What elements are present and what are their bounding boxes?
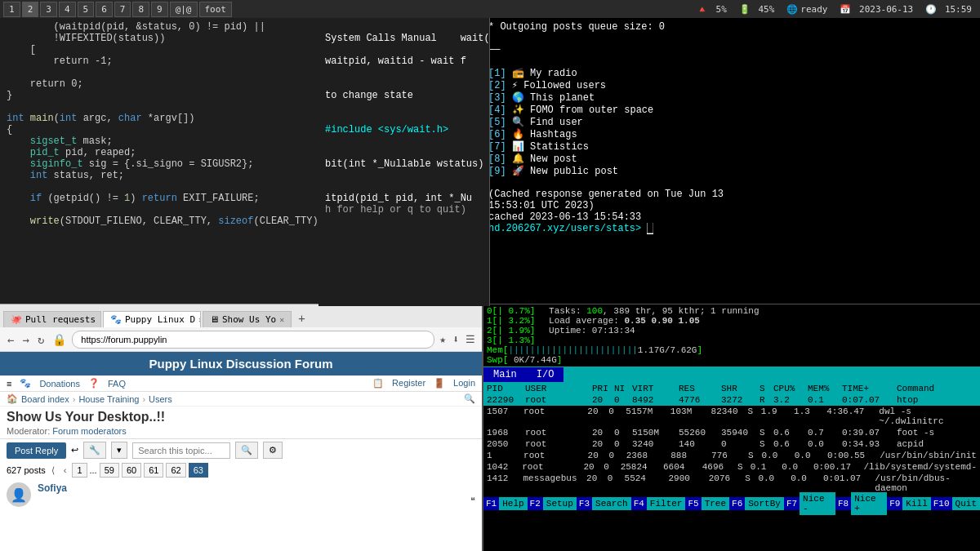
page-63[interactable]: 63	[189, 463, 208, 478]
process-row-htop[interactable]: 22290root200849247763272R3.20.10:07.07ht…	[483, 394, 980, 406]
search-topic-input[interactable]	[132, 442, 230, 459]
f5-tree[interactable]: F5Tree	[685, 495, 729, 512]
process-row-1507[interactable]: 1507root2005157M103M82340S1.91.34:36.47d…	[483, 406, 980, 427]
network-status: 🌐ready	[784, 4, 832, 15]
faq-icon: ❓	[88, 378, 100, 389]
browser-tab-pullrequests[interactable]: 🐙 Pull requests	[3, 311, 101, 327]
htop-meters: 0[| 0.7%] Tasks: 100, 389 thr, 95 kthr; …	[483, 304, 980, 367]
breadcrumb-sep1: ›	[73, 394, 76, 404]
reload-button[interactable]: ↻	[35, 333, 47, 346]
page-dots: ...	[90, 465, 97, 475]
process-row-1968[interactable]: 1968root2005150M5526035940S0.60.70:39.07…	[483, 427, 980, 438]
process-row-1[interactable]: 1root2002368888776S0.00.00:00.55/usr/bin…	[483, 450, 980, 461]
breadcrumb-sep2: ›	[142, 394, 145, 404]
process-row-1042[interactable]: 1042root2002582466044696S0.10.00:00.17/l…	[483, 461, 980, 473]
forum-header: Puppy Linux Discussion Forum	[0, 352, 482, 375]
htop-tab-io[interactable]: I/O	[527, 367, 564, 382]
taskbar-tab-2[interactable]: 2	[22, 2, 39, 17]
lock-icon: 🔒	[50, 333, 69, 346]
htop-tab-main[interactable]: Main	[483, 367, 527, 382]
f4-filter[interactable]: F4Filter	[631, 495, 686, 512]
browser-tabs: 🐙 Pull requests 🐾 Puppy Linux D ✕ 🖥 Show…	[0, 304, 482, 327]
battery-status: 🔋 45%	[737, 4, 780, 15]
browser-tab-puppylinux[interactable]: 🐾 Puppy Linux D ✕	[103, 311, 201, 327]
f1-help[interactable]: F1Help	[483, 495, 528, 512]
donations-link[interactable]: Donations	[39, 379, 80, 389]
col-cpu: CPU%	[773, 384, 806, 393]
taskbar-tab-1[interactable]: 1	[3, 2, 20, 17]
forum-content: Puppy Linux Discussion Forum ≡ 🐾 Donatio…	[0, 352, 482, 551]
browser-urlbar: ← → ↻ 🔒 ★ ⬇ ☰	[0, 327, 482, 352]
process-row-1412[interactable]: 1412messagebus200552429002076S0.00.00:01…	[483, 473, 980, 494]
col-pri: PRI	[592, 384, 612, 393]
forward-button[interactable]: →	[20, 333, 31, 346]
f8-nice-plus[interactable]: F8Nice +	[835, 495, 887, 512]
tab-close-icon[interactable]: ✕	[198, 315, 201, 324]
login-link[interactable]: Login	[453, 378, 475, 389]
faq-link[interactable]: FAQ	[108, 379, 126, 389]
posts-count: 627 posts	[7, 465, 46, 475]
thread-title: Show Us Your Desktop..!!	[0, 407, 482, 426]
new-tab-button[interactable]: +	[293, 309, 310, 327]
f6-sortby[interactable]: F6SortBy	[729, 495, 784, 512]
tools-dropdown[interactable]: ▾	[111, 442, 127, 459]
page-60[interactable]: 60	[122, 463, 141, 478]
taskbar-tab-4[interactable]: 4	[59, 2, 76, 17]
page-61[interactable]: 61	[144, 463, 163, 478]
tab-close-icon-2[interactable]: ✕	[279, 315, 284, 324]
moderator-line: Moderator: Forum moderators	[0, 426, 482, 438]
browser-tab-showus[interactable]: 🖥 Show Us Yo ✕	[203, 311, 292, 327]
menu-icon[interactable]: ☰	[464, 333, 477, 345]
f10-quit[interactable]: F10Quit	[931, 495, 980, 512]
breadcrumb-section[interactable]: Users	[149, 394, 172, 404]
pagination: 627 posts ⟨ ‹ 1 ... 59 60 61 62 63	[0, 461, 482, 479]
back-button[interactable]: ←	[5, 333, 16, 346]
post-reply-button[interactable]: Post Reply	[7, 442, 66, 459]
f9-kill[interactable]: F9Kill	[887, 495, 931, 512]
breadcrumb-home[interactable]: Board index	[21, 394, 69, 404]
page-59[interactable]: 59	[100, 463, 119, 478]
col-user: USER	[525, 384, 590, 393]
register-link[interactable]: Register	[392, 378, 425, 389]
taskbar-tab-6[interactable]: 6	[96, 2, 113, 17]
puppy-logo: 🐾	[20, 378, 31, 389]
breadcrumb-category[interactable]: House Training	[78, 394, 139, 404]
forum-actions: Post Reply ↩ 🔧 ▾ 🔍 ⚙	[0, 438, 482, 461]
f2-setup[interactable]: F2Setup	[528, 495, 577, 512]
taskbar: 1 2 3 4 5 6 7 8 9 @|@ foot 🔺 5% 🔋 45% 🌐r…	[0, 0, 980, 18]
taskbar-tab-8[interactable]: 8	[132, 2, 149, 17]
taskbar-tab-3[interactable]: 3	[40, 2, 57, 17]
moderator-link[interactable]: Forum moderators	[52, 426, 126, 436]
page-1[interactable]: 1	[72, 463, 87, 478]
f3-search[interactable]: F3Search	[577, 495, 631, 512]
menu-hamburger-icon[interactable]: ≡	[7, 379, 11, 389]
page-62[interactable]: 62	[166, 463, 185, 478]
taskbar-tab-7[interactable]: 7	[114, 2, 131, 17]
col-ni: NI	[614, 384, 630, 393]
terminal: * Outgoing posts queue size: 0 —— [1] 📻 …	[482, 18, 980, 304]
process-row-2050[interactable]: 2050root20032401400S0.60.00:34.93acpid	[483, 438, 980, 450]
url-input[interactable]	[72, 331, 434, 349]
quote-icon[interactable]: ❝	[470, 495, 475, 506]
search-options-button[interactable]: ⚙	[263, 442, 283, 459]
page-arrow-start[interactable]: ⟨	[48, 464, 58, 478]
search-button[interactable]: 🔍	[235, 442, 258, 459]
f7-nice-minus[interactable]: F7Nice -	[784, 495, 835, 512]
register-icon: 📋	[372, 378, 384, 389]
taskbar-tab-foot[interactable]: foot	[199, 2, 233, 17]
taskbar-tab-at[interactable]: @|@	[170, 2, 198, 17]
home-icon: 🏠	[7, 393, 18, 404]
taskbar-tab-5[interactable]: 5	[78, 2, 95, 17]
taskbar-tab-9[interactable]: 9	[151, 2, 168, 17]
page-nav-prev[interactable]: ‹	[60, 464, 70, 477]
htop-footer: F1Help F2Setup F3Search F4Filter F5Tree …	[483, 495, 980, 512]
bookmark-icon[interactable]: ★	[438, 333, 448, 345]
download-icon[interactable]: ⬇	[451, 333, 461, 345]
col-s: S	[760, 384, 772, 393]
tools-button[interactable]: 🔧	[83, 442, 106, 459]
puppy-icon: 🐾	[110, 314, 122, 325]
htop-panel: 0[| 0.7%] Tasks: 100, 389 thr, 95 kthr; …	[482, 304, 980, 551]
time-display: 🕐 15:59	[923, 4, 977, 15]
reply-icon: ↩	[71, 445, 78, 455]
search-forum-icon[interactable]: 🔍	[464, 393, 475, 404]
